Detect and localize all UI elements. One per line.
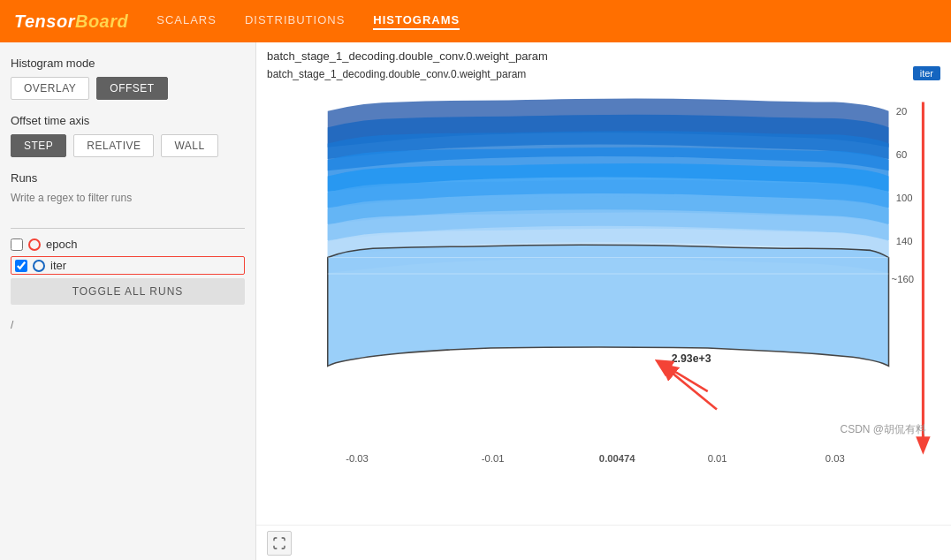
runs-filter-input[interactable]	[11, 209, 245, 229]
svg-marker-10	[916, 436, 930, 454]
nav-distributions[interactable]: DISTRIBUTIONS	[245, 13, 345, 30]
svg-text:0.01: 0.01	[708, 453, 727, 464]
mode-buttons-group: OVERLAY OFFSET	[11, 77, 245, 100]
step-axis-button[interactable]: STEP	[11, 134, 66, 157]
histogram-mode-label: Histogram mode	[11, 57, 245, 70]
toggle-all-runs-button[interactable]: TOGGLE ALL RUNS	[11, 278, 245, 305]
top-navigation: TensorBoard SCALARS DISTRIBUTIONS HISTOG…	[0, 0, 951, 42]
axis-buttons-group: STEP RELATIVE WALL	[11, 134, 245, 157]
sidebar-path: /	[11, 319, 245, 331]
brand-tensor: Tensor	[14, 11, 75, 31]
brand-board: Board	[75, 11, 128, 31]
runs-section: Runs Write a regex to filter runs epoch …	[11, 171, 245, 305]
svg-text:100: 100	[896, 193, 913, 203]
wall-axis-button[interactable]: WALL	[161, 134, 217, 157]
svg-text:140: 140	[896, 236, 913, 246]
epoch-color-dot	[28, 238, 41, 251]
svg-text:0.03: 0.03	[825, 453, 845, 464]
nav-scalars[interactable]: SCALARS	[156, 13, 217, 30]
iter-label: iter	[50, 259, 66, 272]
iter-checkbox[interactable]	[15, 260, 27, 272]
epoch-checkbox[interactable]	[11, 238, 23, 251]
run-item-epoch: epoch	[11, 236, 245, 253]
nav-histograms[interactable]: HISTOGRAMS	[373, 13, 460, 30]
content-area: batch_stage_1_decoding.double_conv.0.wei…	[256, 42, 951, 560]
chart-subtitle-row: batch_stage_1_decoding.double_conv.0.wei…	[267, 66, 940, 80]
histogram-chart: 2.93e+3 20 60 100 140 ~160	[267, 84, 940, 464]
offset-mode-button[interactable]: OFFSET	[96, 77, 167, 100]
chart-subtitle-highlight: weight_param	[460, 68, 526, 80]
relative-axis-button[interactable]: RELATIVE	[73, 134, 154, 157]
svg-text:0.00474: 0.00474	[599, 453, 635, 464]
epoch-label: epoch	[46, 238, 77, 251]
offset-time-axis-label: Offset time axis	[11, 114, 245, 127]
svg-text:-0.03: -0.03	[346, 453, 369, 464]
main-layout: Histogram mode OVERLAY OFFSET Offset tim…	[0, 42, 951, 560]
chart-subtitle-wrapper: batch_stage_1_decoding.double_conv.0.wei…	[267, 67, 526, 80]
runs-filter-label: Write a regex to filter runs	[11, 192, 245, 204]
chart-subtitle-prefix: batch_stage_1_decoding.double_conv.0.	[267, 68, 460, 80]
run-item-iter: iter	[11, 256, 245, 275]
chart-title: batch_stage_1_decoding.double_conv.0.wei…	[267, 49, 940, 63]
histogram-mode-section: Histogram mode OVERLAY OFFSET	[11, 57, 245, 100]
svg-text:2.93e+3: 2.93e+3	[672, 352, 711, 365]
svg-line-11	[663, 364, 708, 391]
svg-text:60: 60	[896, 149, 908, 160]
svg-text:-0.01: -0.01	[482, 453, 505, 464]
brand-logo: TensorBoard	[14, 11, 128, 32]
offset-time-axis-section: Offset time axis STEP RELATIVE WALL	[11, 114, 245, 157]
svg-text:20: 20	[896, 106, 908, 117]
overlay-mode-button[interactable]: OVERLAY	[11, 77, 89, 100]
svg-text:~160: ~160	[892, 274, 914, 284]
iter-badge: iter	[913, 66, 940, 80]
iter-color-dot	[33, 260, 45, 272]
bottom-bar	[256, 525, 951, 560]
sidebar: Histogram mode OVERLAY OFFSET Offset tim…	[0, 42, 256, 560]
chart-container: batch_stage_1_decoding.double_conv.0.wei…	[256, 42, 951, 525]
histogram-svg: 2.93e+3 20 60 100 140 ~160	[267, 84, 940, 464]
runs-label: Runs	[11, 171, 245, 185]
watermark: CSDN @胡侃有料	[840, 422, 926, 437]
expand-button[interactable]	[267, 531, 292, 556]
nav-links: SCALARS DISTRIBUTIONS HISTOGRAMS	[156, 13, 460, 30]
